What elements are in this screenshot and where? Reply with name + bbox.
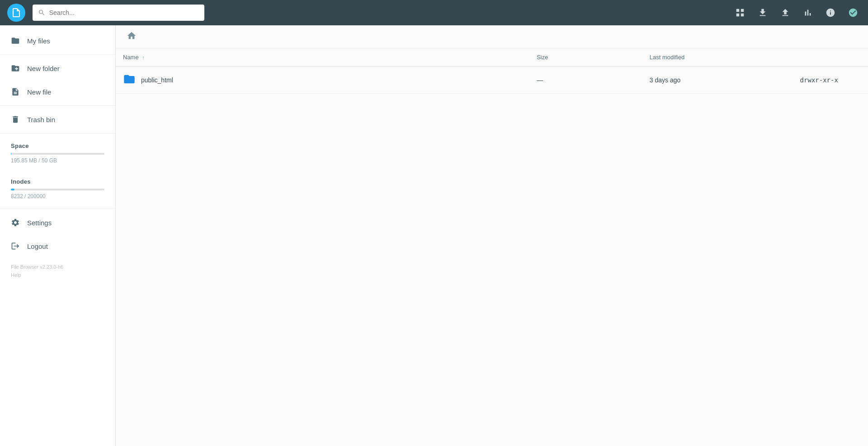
space-value: 195.85 MB / 50 GB — [11, 157, 104, 164]
space-progress-bg — [11, 153, 104, 155]
file-modified-cell: 3 days ago — [642, 66, 793, 94]
settings-icon — [11, 218, 20, 227]
space-section: Space 195.85 MB / 50 GB — [0, 135, 115, 171]
logo[interactable] — [7, 4, 25, 22]
check-circle-icon — [848, 8, 858, 18]
upload-button[interactable] — [778, 5, 793, 20]
col-modified-header[interactable]: Last modified — [642, 48, 793, 66]
sidebar-footer: File Browser v2.23.0-h6 Help — [0, 258, 115, 285]
trash-icon — [11, 115, 20, 124]
header-actions — [732, 5, 861, 20]
folder-type-icon — [123, 73, 136, 87]
search-input[interactable] — [49, 9, 199, 16]
file-row-name: public_html — [123, 73, 522, 87]
version-text: File Browser v2.23.0-h6 — [11, 263, 104, 271]
col-name-header[interactable]: Name ↑ — [116, 48, 529, 66]
sidebar-item-new-file[interactable]: New file — [0, 80, 115, 104]
file-name: public_html — [141, 76, 173, 84]
home-icon — [127, 31, 137, 41]
trash-bin-label: Trash bin — [27, 116, 55, 123]
space-progress-fill — [11, 153, 11, 155]
my-files-label: My files — [27, 37, 50, 45]
sidebar-nav: My files New folder New file Trash bin — [0, 25, 115, 131]
sidebar-item-logout[interactable]: Logout — [0, 234, 115, 258]
sidebar: My files New folder New file Trash bin S… — [0, 25, 116, 446]
inodes-value: 8232 / 200000 — [11, 193, 104, 199]
download-button[interactable] — [755, 5, 770, 20]
file-size-cell: — — [529, 66, 642, 94]
inodes-section: Inodes 8232 / 200000 — [0, 171, 115, 207]
sidebar-item-my-files[interactable]: My files — [0, 29, 115, 52]
sort-arrow: ↑ — [142, 55, 145, 60]
grid-icon — [735, 8, 745, 18]
sidebar-item-new-folder[interactable]: New folder — [0, 57, 115, 80]
breadcrumb-bar — [116, 25, 868, 48]
sidebar-divider-3 — [0, 133, 115, 133]
sidebar-divider-4 — [0, 209, 115, 209]
col-perms-header — [793, 48, 868, 66]
sidebar-item-settings[interactable]: Settings — [0, 211, 115, 234]
file-list: Name ↑ Size Last modified — [116, 48, 868, 446]
grid-view-button[interactable] — [732, 5, 748, 20]
col-size-header[interactable]: Size — [529, 48, 642, 66]
inodes-progress-fill — [11, 189, 14, 190]
file-name-cell: public_html — [116, 66, 529, 94]
new-folder-icon — [11, 64, 20, 73]
info-icon — [826, 8, 835, 18]
download-icon — [758, 8, 768, 18]
settings-label: Settings — [27, 219, 52, 227]
search-bar — [33, 5, 204, 21]
layout: My files New folder New file Trash bin S… — [0, 25, 868, 446]
new-folder-label: New folder — [27, 65, 60, 72]
home-breadcrumb[interactable] — [127, 31, 137, 43]
logout-icon — [11, 242, 20, 251]
inodes-progress-bg — [11, 189, 104, 190]
space-title: Space — [11, 142, 104, 149]
folder-icon — [11, 36, 20, 45]
sidebar-divider-2 — [0, 105, 115, 106]
file-permissions-cell: drwxr-xr-x — [793, 66, 868, 94]
new-file-icon — [11, 87, 20, 96]
new-file-label: New file — [27, 88, 51, 96]
file-table: Name ↑ Size Last modified — [116, 48, 868, 94]
stats-button[interactable] — [800, 5, 816, 20]
inodes-title: Inodes — [11, 178, 104, 185]
help-link[interactable]: Help — [11, 271, 104, 280]
info-button[interactable] — [823, 5, 838, 20]
table-row[interactable]: public_html — 3 days ago drwxr-xr-x — [116, 66, 868, 94]
stats-icon — [803, 8, 813, 18]
logo-icon — [11, 7, 22, 18]
table-header: Name ↑ Size Last modified — [116, 48, 868, 66]
main-content: Name ↑ Size Last modified — [116, 25, 868, 446]
done-button[interactable] — [845, 5, 861, 20]
table-body: public_html — 3 days ago drwxr-xr-x — [116, 66, 868, 94]
header — [0, 0, 868, 25]
search-icon — [38, 9, 46, 17]
sidebar-item-trash-bin[interactable]: Trash bin — [0, 108, 115, 131]
sidebar-divider-1 — [0, 54, 115, 55]
upload-icon — [780, 8, 790, 18]
logout-label: Logout — [27, 242, 48, 250]
folder-row-icon — [123, 73, 136, 85]
